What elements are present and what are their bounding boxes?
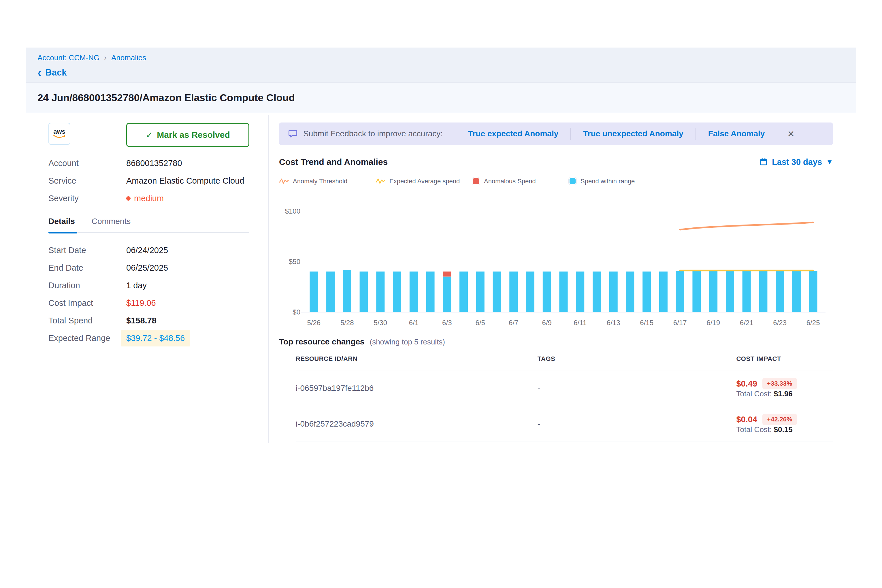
cost-impact-row: Cost Impact $119.06 (48, 298, 249, 308)
header-band: Account: CCM-NG › Anomalies ‹ Back (26, 48, 856, 82)
mark-as-resolved-label: Mark as Resolved (157, 130, 230, 140)
svg-text:6/13: 6/13 (607, 319, 620, 327)
svg-text:6/19: 6/19 (706, 319, 720, 327)
account-value: 868001352780 (126, 158, 249, 168)
details-list: Start Date 06/24/2025 End Date 06/25/202… (48, 245, 249, 344)
svg-text:$0: $0 (292, 308, 300, 316)
feedback-false-anomaly-button[interactable]: False Anomaly (696, 129, 777, 138)
main-content: aws ✓ Mark as Resolved Account 868001352… (26, 113, 856, 447)
anomaly-trend-panel: Submit Feedback to improve accuracy: Tru… (268, 113, 856, 447)
cost-impact-label: Cost Impact (48, 298, 126, 308)
page-title: 24 Jun/868001352780/Amazon Elastic Compu… (38, 92, 844, 104)
svg-text:6/5: 6/5 (476, 319, 485, 327)
cost-trend-chart[interactable]: $0$50$1005/265/285/306/16/36/56/76/96/11… (279, 190, 832, 328)
svg-text:$50: $50 (289, 258, 300, 266)
table-row: i-06597ba197fe112b6 - $0.49 +33.33% Tota… (296, 370, 833, 406)
caret-down-icon: ▼ (826, 158, 833, 166)
breadcrumb: Account: CCM-NG › Anomalies (38, 53, 844, 62)
severity-dot-icon (126, 196, 130, 201)
svg-text:6/21: 6/21 (740, 319, 753, 327)
expected-line-icon (376, 178, 386, 185)
back-button[interactable]: ‹ Back (38, 68, 67, 78)
date-range-label: Last 30 days (772, 158, 822, 167)
total-cost-value: $1.96 (774, 389, 793, 398)
anomaly-summary-panel: aws ✓ Mark as Resolved Account 868001352… (26, 113, 268, 447)
column-resource-id: RESOURCE ID/ARN (296, 355, 537, 363)
resources-caption: Top resource changes (showing top 5 resu… (279, 337, 833, 346)
mark-as-resolved-button[interactable]: ✓ Mark as Resolved (126, 123, 249, 147)
legend-label: Anomaly Threshold (293, 177, 347, 185)
legend-anomaly-threshold[interactable]: Anomaly Threshold (279, 177, 376, 185)
aws-logo-text: aws (53, 129, 65, 135)
back-label: Back (45, 68, 67, 78)
total-spend-value: $158.78 (126, 315, 249, 326)
legend-spend-within-range[interactable]: Spend within range (569, 177, 665, 185)
duration-value: 1 day (126, 280, 249, 291)
severity-value: medium (134, 193, 164, 204)
table-row: i-0b6f257223cad9579 - $0.04 +42.26% Tota… (296, 406, 833, 442)
resource-tags: - (537, 384, 736, 393)
resources-table: RESOURCE ID/ARN TAGS COST IMPACT i-06597… (296, 355, 833, 442)
tab-details[interactable]: Details (48, 217, 75, 226)
service-label: Service (48, 176, 126, 186)
anomalous-spend-swatch-icon (472, 177, 480, 185)
feedback-prompt: Submit Feedback to improve accuracy: (303, 129, 443, 138)
end-date-row: End Date 06/25/2025 (48, 262, 249, 273)
breadcrumb-account-link[interactable]: Account: CCM-NG (38, 53, 99, 62)
svg-text:6/23: 6/23 (773, 319, 787, 327)
svg-text:6/3: 6/3 (442, 319, 452, 327)
back-chevron-icon: ‹ (38, 69, 41, 76)
severity-label: Severity (48, 193, 126, 204)
svg-text:6/9: 6/9 (542, 319, 552, 327)
calendar-icon (759, 158, 768, 166)
check-icon: ✓ (146, 130, 153, 140)
cost-impact-percent-badge: +33.33% (762, 378, 796, 389)
active-tab-indicator (48, 232, 77, 234)
aws-logo: aws (48, 123, 70, 145)
resource-id: i-06597ba197fe112b6 (296, 384, 537, 393)
expected-range-label: Expected Range (48, 333, 126, 344)
start-date-row: Start Date 06/24/2025 (48, 245, 249, 256)
total-cost-value: $0.15 (774, 425, 793, 434)
anomaly-detail-page: Account: CCM-NG › Anomalies ‹ Back 24 Ju… (26, 48, 856, 447)
breadcrumb-anomalies-link[interactable]: Anomalies (111, 53, 146, 62)
breadcrumb-chevron-icon: › (104, 53, 106, 62)
duration-row: Duration 1 day (48, 280, 249, 291)
column-tags: TAGS (537, 355, 736, 363)
legend-label: Spend within range (580, 177, 635, 185)
legend-anomalous-spend[interactable]: Anomalous Spend (472, 177, 569, 185)
feedback-close-icon[interactable]: ✕ (787, 129, 794, 139)
start-date-label: Start Date (48, 245, 126, 256)
total-cost-label: Total Cost: (736, 425, 772, 434)
start-date-value: 06/24/2025 (126, 245, 249, 256)
resources-subtitle: (showing top 5 results) (369, 338, 445, 346)
total-spend-row: Total Spend $158.78 (48, 315, 249, 326)
date-range-dropdown[interactable]: Last 30 days ▼ (759, 158, 833, 167)
svg-text:6/1: 6/1 (409, 319, 418, 327)
chart-legend: Anomaly Threshold Expected Average spend… (279, 177, 833, 185)
duration-label: Duration (48, 280, 126, 291)
cost-impact-value: $119.06 (126, 298, 249, 308)
feedback-true-unexpected-button[interactable]: True unexpected Anomaly (571, 129, 696, 138)
chat-bubble-icon (288, 129, 298, 139)
cost-impact-percent-badge: +42.26% (762, 414, 796, 425)
resource-tags: - (537, 419, 736, 429)
svg-text:6/25: 6/25 (807, 319, 820, 327)
svg-text:5/30: 5/30 (374, 319, 387, 327)
resource-cost-cell: $0.04 +42.26% Total Cost: $0.15 (736, 414, 833, 434)
tab-comments[interactable]: Comments (92, 217, 130, 226)
severity-field: Severity medium (48, 193, 249, 204)
feedback-true-expected-button[interactable]: True expected Anomaly (456, 129, 570, 138)
legend-expected-average[interactable]: Expected Average spend (376, 177, 472, 185)
service-field: Service Amazon Elastic Compute Cloud (48, 176, 249, 186)
service-value: Amazon Elastic Compute Cloud (126, 176, 249, 186)
title-band: 24 Jun/868001352780/Amazon Elastic Compu… (26, 82, 856, 113)
account-label: Account (48, 158, 126, 168)
legend-label: Anomalous Spend (484, 177, 536, 185)
account-field: Account 868001352780 (48, 158, 249, 168)
svg-text:6/17: 6/17 (674, 319, 687, 327)
svg-text:5/26: 5/26 (307, 319, 321, 327)
resource-cost-cell: $0.49 +33.33% Total Cost: $1.96 (736, 378, 833, 398)
spend-within-range-swatch-icon (569, 177, 576, 185)
expected-range-row: Expected Range $39.72 - $48.56 (48, 333, 249, 344)
